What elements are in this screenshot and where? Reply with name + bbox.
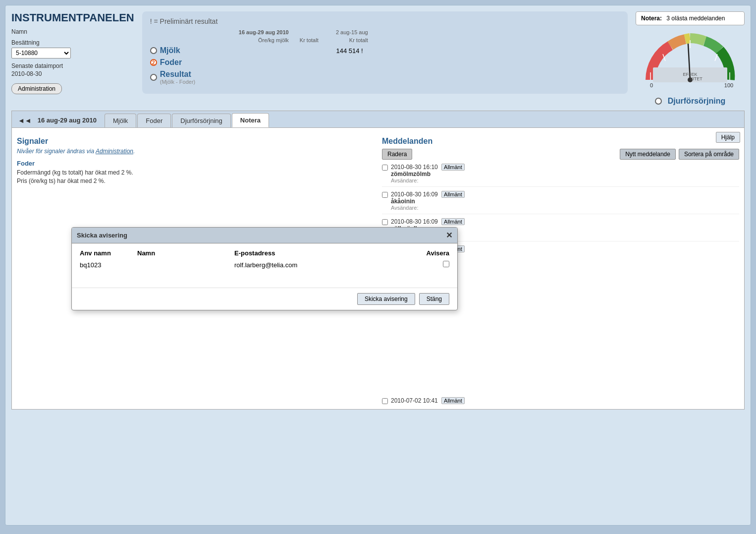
help-button[interactable]: Hjälp (716, 132, 740, 143)
skicka-avisering-modal: Skicka avisering ✕ Anv namn Namn E-posta… (71, 227, 458, 310)
gauge-svg: 0 100 EFFEK VITET (641, 30, 740, 90)
msg-body-2: åkåoinin (391, 198, 739, 205)
msg-sender-2: Avsändare: (391, 205, 739, 211)
svg-text:100: 100 (724, 82, 733, 88)
msg-checkbox-2[interactable] (382, 192, 388, 198)
bottom-msg-checkbox[interactable] (382, 398, 388, 404)
signal-1: Fodermängd (kg ts totalt) har ökat med 2… (17, 169, 374, 176)
period-main-label: 16 aug-29 aug 2010 (229, 29, 289, 35)
messages-title: Meddelanden (382, 137, 739, 146)
foder-label: Foder (160, 58, 224, 67)
modal-table-row-1: bq1023 rolf.larberg@telia.com (80, 261, 449, 269)
msg-content-2: 2010-08-30 16:09 Allmänt åkåoinin Avsänd… (391, 191, 739, 211)
signals-foder-title: Foder (17, 160, 374, 167)
senaste-date: 2010-08-30 (11, 70, 134, 77)
period-secondary-label: 2 aug-15 aug (319, 29, 368, 35)
resultat-label: Resultat (160, 70, 224, 79)
resultat-sub: (Mjölk - Foder) (160, 79, 224, 85)
msg-checkbox-3[interactable] (382, 219, 388, 225)
radera-button[interactable]: Radera (382, 149, 412, 160)
svg-text:0: 0 (650, 82, 653, 88)
bottom-message-item: 2010-07-02 10:41 Allmänt (382, 394, 739, 404)
resultat-radio[interactable] (150, 74, 157, 81)
col-avisera-header: Avisera (410, 249, 449, 257)
signals-title: Signaler (17, 137, 374, 146)
tab-djurforsörjning[interactable]: Djurförsörjning (172, 114, 231, 127)
foder-row: 2 Foder (150, 58, 620, 67)
notera-text: 3 olästa meddelanden (666, 15, 725, 22)
right-panel: Notera: 3 olästa meddelanden (636, 11, 745, 106)
svg-text:VITET: VITET (690, 76, 702, 81)
modal-footer: Skicka avisering Stäng (72, 288, 457, 310)
prelim-panel: ! = Preliminärt resultat 16 aug-29 aug 2… (142, 11, 628, 94)
djurforsörjning-radio[interactable] (655, 98, 662, 105)
period-text: 16 aug-29 aug 2010 (38, 117, 97, 124)
svg-line-3 (715, 54, 717, 61)
resultat-row: Resultat (Mjölk - Foder) (150, 70, 620, 85)
sortera-button[interactable]: Sortera på område (679, 149, 739, 160)
modal-avisera-checkbox[interactable] (443, 261, 449, 267)
bottom-msg-datetime: 2010-07-02 10:41 (391, 397, 438, 404)
senaste-label: Senaste dataimport (11, 62, 134, 69)
tab-foder[interactable]: Foder (137, 114, 171, 127)
modal-header: Skicka avisering ✕ (72, 228, 457, 243)
two-col-layout: Signaler Nivåer för signaler ändras via … (17, 137, 739, 404)
col-username-header: Anv namn (80, 249, 129, 257)
modal-email: rolf.larberg@telia.com (234, 261, 402, 269)
msg-sender-1: Avsändare: (391, 178, 739, 183)
period-nav-back-button[interactable]: ◄◄ (17, 117, 33, 124)
bottom-msg-tag: Allmänt (441, 397, 465, 404)
mjolk-label: Mjölk (160, 46, 224, 55)
foder-radio[interactable]: 2 (150, 59, 157, 66)
skicka-avisering-button[interactable]: Skicka avisering (357, 293, 415, 305)
modal-title: Skicka avisering (77, 232, 127, 239)
mjolk-radio[interactable] (150, 47, 157, 54)
modal-avisera-checkbox-container (410, 261, 449, 269)
administration-link[interactable]: Administration (96, 148, 133, 155)
left-panel: INSTRUMENTPANELEN Namn Besättning 5-1088… (11, 11, 134, 94)
notera-label: Notera: (641, 15, 662, 22)
header-row: INSTRUMENTPANELEN Namn Besättning 5-1088… (11, 11, 745, 106)
msg-datetime-2: 2010-08-30 16:09 (391, 191, 438, 198)
col-ore-label: Öre/kg mjölk (229, 37, 289, 43)
msg-datetime-3: 2010-08-30 16:09 (391, 218, 438, 225)
notera-notification-box: Notera: 3 olästa meddelanden (636, 11, 745, 25)
period-nav: ◄◄ (17, 117, 33, 124)
period-tabs-inner: ◄◄ 16 aug-29 aug 2010 Mjölk Foder Djurfö… (17, 113, 739, 127)
col-kr1-label: Kr totalt (289, 37, 319, 43)
modal-username: bq1023 (80, 261, 129, 269)
msg-tag-2: Allmänt (441, 191, 465, 198)
mjolk-value: 144 514 ! (314, 47, 363, 55)
message-item-2: 2010-08-30 16:09 Allmänt åkåoinin Avsänd… (382, 191, 739, 214)
app-title: INSTRUMENTPANELEN (11, 11, 134, 24)
tabs-row: Mjölk Foder Djurförsörjning Notera (105, 113, 269, 127)
msg-tag-3: Allmänt (441, 218, 465, 225)
administration-button[interactable]: Administration (11, 83, 62, 94)
msg-datetime-1: 2010-08-30 16:10 (391, 164, 438, 171)
col-name-header: Namn (137, 249, 226, 257)
modal-body: Anv namn Namn E-postadress Avisera bq102… (72, 243, 457, 278)
msg-body-1: zömölmzölmb (391, 171, 739, 178)
djurforsörjning-label: Djurförsörjning (668, 97, 725, 106)
col-kr2-label: Kr totalt (319, 37, 368, 43)
messages-toolbar: Radera Nytt meddelande Sortera på område (382, 149, 739, 160)
content-area: Hjälp Signaler Nivåer för signaler ändra… (11, 127, 745, 410)
modal-close-button[interactable]: ✕ (446, 231, 452, 240)
stang-button[interactable]: Stäng (419, 293, 449, 305)
besattning-label: Besättning (11, 39, 134, 46)
tab-notera[interactable]: Notera (232, 113, 269, 127)
gauge-container: 0 100 EFFEK VITET (641, 30, 740, 95)
messages-panel: Meddelanden Radera Nytt meddelande Sorte… (382, 137, 739, 404)
msg-checkbox-1[interactable] (382, 165, 388, 171)
period-tabs-wrapper: ◄◄ 16 aug-29 aug 2010 Mjölk Foder Djurfö… (11, 111, 745, 127)
signal-2: Pris (öre/kg ts) har ökat med 2 %. (17, 178, 374, 184)
col-email-header: E-postadress (234, 249, 402, 257)
besattning-select[interactable]: 5-10880 (11, 48, 71, 59)
tab-mjolk[interactable]: Mjölk (105, 114, 136, 127)
prelim-title: ! = Preliminärt resultat (150, 17, 620, 25)
namn-label: Namn (11, 28, 134, 35)
message-item-1: 2010-08-30 16:10 Allmänt zömölmzölmb Avs… (382, 164, 739, 187)
modal-table-header: Anv namn Namn E-postadress Avisera (80, 249, 449, 257)
main-container: INSTRUMENTPANELEN Namn Besättning 5-1088… (5, 5, 751, 526)
nytt-meddelande-button[interactable]: Nytt meddelande (620, 149, 676, 160)
